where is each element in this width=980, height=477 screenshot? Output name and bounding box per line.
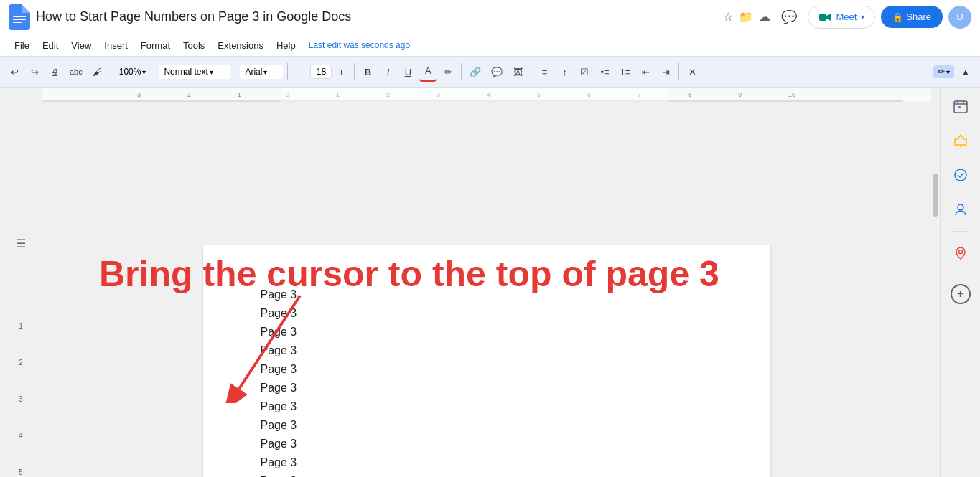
- zoom-selector[interactable]: 100% ▾: [116, 65, 150, 79]
- page-line-7: Page 3: [261, 400, 713, 413]
- star-icon[interactable]: ☆: [723, 10, 733, 24]
- italic-button[interactable]: I: [379, 62, 396, 82]
- toolbar-sep-7: [531, 63, 531, 80]
- link-button[interactable]: 🔗: [466, 62, 485, 82]
- page-number-label-3: 3: [19, 395, 23, 403]
- vertical-scrollbar-thumb[interactable]: [933, 174, 938, 217]
- increase-indent-button[interactable]: ⇥: [657, 62, 674, 82]
- sidebar-tasks-icon[interactable]: [948, 162, 974, 188]
- page-line-10: Page 3: [261, 456, 713, 469]
- svg-text:8: 8: [688, 91, 691, 98]
- sidebar-maps-icon[interactable]: [948, 240, 974, 266]
- menu-tools[interactable]: Tools: [177, 38, 210, 53]
- chat-icon-button[interactable]: 💬: [776, 4, 802, 30]
- spellcheck-button[interactable]: abc: [66, 62, 86, 82]
- toolbar-sep-6: [461, 63, 462, 80]
- style-value: Normal text: [164, 67, 207, 77]
- redo-button[interactable]: ↪: [26, 62, 43, 82]
- left-panel: ☰ 1 2 3 4 5: [0, 88, 42, 477]
- align-button[interactable]: ≡: [536, 62, 553, 82]
- highlight-button[interactable]: ✏: [439, 62, 457, 82]
- page-line-9: Page 3: [261, 438, 713, 450]
- vertical-scrollbar-track: [931, 88, 940, 477]
- svg-text:9: 9: [738, 91, 742, 98]
- page-layout-icon[interactable]: ☰: [16, 237, 26, 250]
- svg-rect-0: [13, 16, 26, 17]
- sidebar-divider-2: [952, 275, 969, 275]
- line-spacing-button[interactable]: ↕: [556, 62, 573, 82]
- share-button[interactable]: 🔒 Share: [881, 6, 943, 28]
- bold-button[interactable]: B: [359, 62, 376, 82]
- menu-extensions[interactable]: Extensions: [212, 38, 269, 53]
- toolbar-sep-2: [154, 63, 154, 80]
- paint-format-button[interactable]: 🖌: [89, 62, 106, 82]
- share-label: Share: [906, 11, 931, 22]
- page-number-label-1: 1: [19, 322, 23, 330]
- horizontal-ruler: -3 -2 -1 0 1 2 3 4 5 6 7 8 9 10: [42, 88, 931, 102]
- undo-button[interactable]: ↩: [6, 62, 23, 82]
- checklist-button[interactable]: ☑: [576, 62, 593, 82]
- menu-help[interactable]: Help: [271, 38, 302, 53]
- svg-text:-1: -1: [235, 91, 241, 98]
- underline-button[interactable]: U: [399, 62, 416, 82]
- menu-edit[interactable]: Edit: [37, 38, 64, 53]
- toolbar-sep-8: [678, 63, 679, 80]
- svg-rect-21: [281, 88, 668, 102]
- folder-icon[interactable]: 📁: [739, 10, 753, 24]
- title-bar: How to Start Page Numbers on Page 3 in G…: [0, 0, 980, 34]
- font-selector[interactable]: Arial ▾: [240, 65, 283, 79]
- right-sidebar: +: [940, 88, 980, 477]
- toolbar-sep-3: [235, 63, 235, 80]
- last-edit-status[interactable]: Last edit was seconds ago: [309, 40, 410, 50]
- font-value: Arial: [245, 67, 262, 77]
- toolbar-collapse-button[interactable]: ▲: [957, 62, 974, 82]
- doc-icon: [9, 4, 30, 30]
- svg-point-30: [955, 169, 966, 181]
- toolbar-sep-4: [287, 63, 288, 80]
- sidebar-keep-icon[interactable]: [948, 128, 974, 154]
- menu-file[interactable]: File: [9, 38, 35, 53]
- svg-text:-3: -3: [135, 91, 141, 98]
- meet-icon: [818, 11, 831, 24]
- font-chevron: ▾: [263, 68, 267, 76]
- edit-mode-selector[interactable]: ✏ ▾: [933, 65, 954, 78]
- meet-chevron: ▾: [861, 13, 864, 21]
- sidebar-divider: [952, 231, 969, 232]
- bullet-list-button[interactable]: •≡: [596, 62, 613, 82]
- menu-view[interactable]: View: [65, 38, 97, 53]
- page-line-3: Page 3: [261, 326, 713, 339]
- sidebar-contacts-icon[interactable]: [948, 197, 974, 222]
- image-button[interactable]: 🖼: [509, 62, 526, 82]
- svg-point-32: [958, 250, 962, 254]
- numbered-list-button[interactable]: 1≡: [616, 62, 634, 82]
- svg-marker-4: [826, 14, 831, 21]
- menu-insert[interactable]: Insert: [98, 38, 134, 53]
- document-title[interactable]: How to Start Page Numbers on Page 3 in G…: [36, 9, 717, 24]
- font-size-decrease[interactable]: −: [292, 62, 309, 82]
- cloud-icon[interactable]: ☁: [759, 10, 770, 24]
- paragraph-style-selector[interactable]: Normal text ▾: [159, 65, 230, 79]
- user-avatar[interactable]: U: [948, 6, 971, 29]
- page-number-label-5: 5: [19, 468, 23, 476]
- font-size-area: − +: [292, 62, 350, 82]
- comment-button[interactable]: 💬: [487, 62, 506, 82]
- sidebar-calendar-icon[interactable]: [948, 93, 974, 119]
- decrease-indent-button[interactable]: ⇤: [637, 62, 654, 82]
- document-area: -3 -2 -1 0 1 2 3 4 5 6 7 8 9 10: [42, 88, 931, 477]
- font-size-input[interactable]: [310, 65, 332, 79]
- sidebar-add-button[interactable]: +: [951, 284, 971, 304]
- clear-format-button[interactable]: ✕: [683, 62, 701, 82]
- meet-button[interactable]: Meet ▾: [808, 6, 875, 29]
- font-size-increase[interactable]: +: [332, 62, 350, 82]
- svg-rect-28: [958, 106, 961, 108]
- document-page[interactable]: Page 3 Page 3 Page 3 Page 3 Page 3 Page …: [203, 245, 770, 477]
- print-button[interactable]: 🖨: [46, 62, 63, 82]
- svg-point-31: [958, 204, 963, 210]
- page-line-1: Page 3: [261, 288, 713, 301]
- menu-format[interactable]: Format: [135, 38, 176, 53]
- page-text-content: Page 3 Page 3 Page 3 Page 3 Page 3 Page …: [261, 288, 713, 477]
- text-color-button[interactable]: A: [419, 62, 437, 82]
- style-chevron: ▾: [210, 68, 213, 76]
- main-area: ☰ 1 2 3 4 5 -3 -2 -1 0 1 2 3 4 5 6: [0, 88, 980, 477]
- svg-rect-2: [13, 22, 22, 23]
